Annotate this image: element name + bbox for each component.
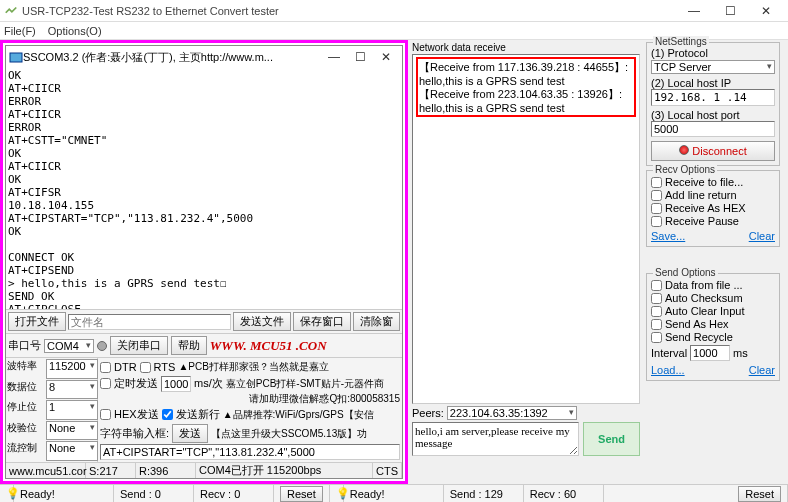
send-load-link[interactable]: Load... — [651, 364, 685, 376]
recv-save-link[interactable]: Save... — [651, 230, 685, 242]
databits-label: 数据位 — [7, 380, 45, 400]
sscom-maximize[interactable]: ☐ — [347, 47, 373, 67]
send-clear-link[interactable]: Clear — [749, 364, 775, 376]
ad-text-3: 请加助理微信解惑Q扣:800058315 — [249, 393, 400, 405]
sscom-send-button[interactable]: 发送 — [172, 424, 208, 443]
sscom-title-text: SSCOM3.2 (作者:聂小猛(丁丁), 主页http://www.m... — [23, 50, 321, 65]
open-file-button[interactable]: 打开文件 — [8, 312, 66, 331]
string-input-label: 字符串输入框: — [100, 426, 169, 441]
flow-label: 流控制 — [7, 441, 45, 461]
titlebar: USR-TCP232-Test RS232 to Ethernet Conver… — [0, 0, 788, 22]
network-recv-label: Network data receive — [412, 42, 640, 53]
sscom-send-settings: DTR RTS ▲PCB打样那家强？当然就是嘉立 定时发送 ms/次 嘉立创PC… — [98, 358, 402, 462]
send-newline-checkbox[interactable]: 发送新行 — [162, 407, 220, 422]
command-input[interactable] — [100, 444, 400, 460]
status-recv-2: Recv : 60 — [524, 485, 604, 502]
send-recycle-checkbox[interactable]: Send Recycle — [651, 331, 775, 343]
minimize-button[interactable]: — — [676, 1, 712, 21]
sscom-terminal[interactable]: OK AT+CIICR ERROR AT+CIICR ERROR AT+CSTT… — [6, 68, 402, 310]
sscom-status-url: www.mcu51.cor — [6, 463, 86, 478]
network-send-button[interactable]: Send — [583, 422, 640, 456]
ip-input[interactable] — [651, 89, 775, 106]
port-select[interactable]: COM4 — [44, 339, 94, 353]
statusbar: 💡 Ready! Send : 0 Recv : 0 Reset 💡 Ready… — [0, 484, 788, 502]
databits-select[interactable]: 8 — [46, 380, 98, 400]
recv-as-hex-checkbox[interactable]: Receive As HEX — [651, 202, 775, 214]
auto-clear-input-checkbox[interactable]: Auto Clear Input — [651, 305, 775, 317]
send-interval-unit: ms — [733, 347, 748, 359]
send-interval-input[interactable] — [690, 345, 730, 361]
peers-select[interactable]: 223.104.63.35:1392 — [447, 406, 577, 420]
net-settings-group: NetSettings (1) Protocol TCP Server (2) … — [646, 42, 780, 166]
port-label: 串口号 — [8, 338, 41, 353]
status-send-1: Send : 0 — [114, 485, 194, 502]
port-led-icon — [97, 341, 107, 351]
send-file-button[interactable]: 发送文件 — [233, 312, 291, 331]
parity-label: 校验位 — [7, 421, 45, 441]
help-button[interactable]: 帮助 — [171, 336, 207, 355]
baud-select[interactable]: 115200 — [46, 359, 98, 379]
recv-to-file-checkbox[interactable]: Receive to file... — [651, 176, 775, 188]
ad-text-4: ▲品牌推荐:WiFi/Gprs/GPS【安信 — [223, 409, 374, 421]
recv-pause-checkbox[interactable]: Receive Pause — [651, 215, 775, 227]
sscom-status-sent: S:217 — [86, 463, 136, 478]
rts-checkbox[interactable]: RTS — [140, 361, 176, 373]
baud-label: 波特率 — [7, 359, 45, 379]
mcu51-link[interactable]: WWW. MCU51 .CON — [210, 338, 327, 354]
settings-column: NetSettings (1) Protocol TCP Server (2) … — [644, 40, 782, 484]
recv-options-legend: Recv Options — [653, 164, 717, 175]
interval-input[interactable] — [161, 376, 191, 392]
recv-line-3: 【Receive from 223.104.63.35 : 13926】: — [419, 87, 633, 102]
flow-select[interactable]: None — [46, 441, 98, 461]
disconnect-button[interactable]: Disconnect — [651, 141, 775, 161]
stopbits-select[interactable]: 1 — [46, 400, 98, 420]
protocol-select[interactable]: TCP Server — [651, 60, 775, 74]
sscom-overlay: SSCOM3.2 (作者:聂小猛(丁丁), 主页http://www.m... … — [0, 40, 408, 484]
status-send-2: Send : 129 — [444, 485, 524, 502]
menu-options[interactable]: Options(O) — [48, 25, 102, 37]
menu-file[interactable]: File(F) — [4, 25, 36, 37]
status-ready-1: Ready! — [14, 485, 114, 502]
data-from-file-checkbox[interactable]: Data from file ... — [651, 279, 775, 291]
sscom-toolbar-file: 打开文件 发送文件 保存窗口 清除窗 — [6, 310, 402, 334]
ad-text-2: 嘉立创PCB打样-SMT贴片-元器件商 — [226, 378, 384, 390]
recv-line-1: 【Receive from 117.136.39.218 : 44655】: — [419, 60, 633, 75]
port-input[interactable] — [651, 121, 775, 137]
peers-row: Peers: 223.104.63.35:1392 — [412, 406, 640, 420]
status-reset-1[interactable]: Reset — [274, 485, 330, 502]
ad-text-1: ▲PCB打样那家强？当然就是嘉立 — [178, 361, 328, 373]
save-window-button[interactable]: 保存窗口 — [293, 312, 351, 331]
interval-unit: ms/次 — [194, 376, 223, 391]
filename-input[interactable] — [68, 314, 231, 330]
sscom-minimize[interactable]: — — [321, 47, 347, 67]
stopbits-label: 停止位 — [7, 400, 45, 420]
send-as-hex-checkbox[interactable]: Send As Hex — [651, 318, 775, 330]
maximize-button[interactable]: ☐ — [712, 1, 748, 21]
disconnect-label: Disconnect — [692, 145, 746, 157]
sscom-close[interactable]: ✕ — [373, 47, 399, 67]
window-title: USR-TCP232-Test RS232 to Ethernet Conver… — [22, 5, 676, 17]
network-send-input[interactable] — [412, 422, 579, 456]
close-port-button[interactable]: 关闭串口 — [110, 336, 168, 355]
network-recv-area[interactable]: 【Receive from 117.136.39.218 : 44655】: h… — [412, 54, 640, 404]
close-button[interactable]: ✕ — [748, 1, 784, 21]
timed-send-checkbox[interactable]: 定时发送 — [100, 376, 158, 391]
protocol-label: (1) Protocol — [651, 47, 775, 59]
svg-rect-0 — [10, 53, 22, 62]
status-reset-2[interactable]: Reset — [732, 485, 788, 502]
auto-checksum-checkbox[interactable]: Auto Checksum — [651, 292, 775, 304]
status-idle-icon-2: 💡 — [330, 485, 344, 502]
ip-label: (2) Local host IP — [651, 77, 775, 89]
clear-window-button[interactable]: 清除窗 — [353, 312, 400, 331]
sscom-icon — [9, 50, 23, 64]
send-interval-label: Interval — [651, 347, 687, 359]
recv-clear-link[interactable]: Clear — [749, 230, 775, 242]
disconnect-led-icon — [679, 145, 689, 155]
recv-highlight-box: 【Receive from 117.136.39.218 : 44655】: h… — [416, 57, 636, 117]
hex-send-checkbox[interactable]: HEX发送 — [100, 407, 159, 422]
dtr-checkbox[interactable]: DTR — [100, 361, 137, 373]
add-line-return-checkbox[interactable]: Add line return — [651, 189, 775, 201]
recv-options-group: Recv Options Receive to file... Add line… — [646, 170, 780, 247]
parity-select[interactable]: None — [46, 421, 98, 441]
sscom-status-port: COM4已打开 115200bps — [196, 463, 373, 478]
